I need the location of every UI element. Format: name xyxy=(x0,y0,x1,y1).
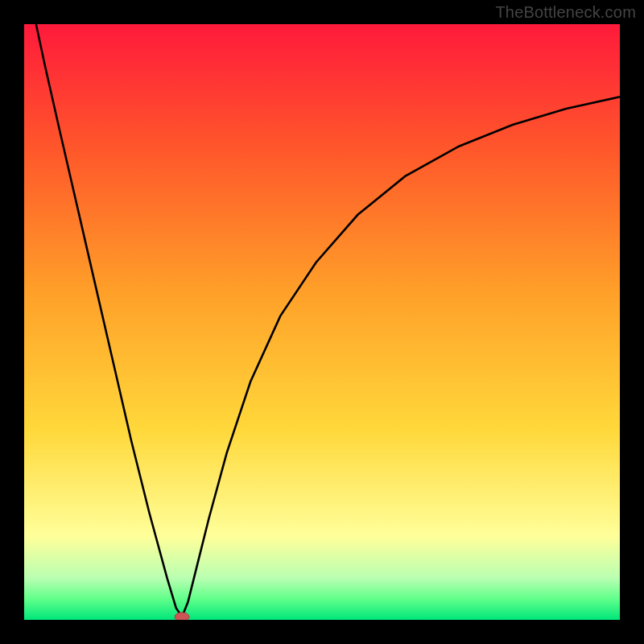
plot-area xyxy=(24,24,620,620)
watermark-text: TheBottleneck.com xyxy=(495,3,636,22)
minimum-marker xyxy=(175,613,189,620)
chart-frame: TheBottleneck.com xyxy=(0,0,644,644)
chart-svg xyxy=(24,24,620,620)
gradient-background xyxy=(24,24,620,620)
